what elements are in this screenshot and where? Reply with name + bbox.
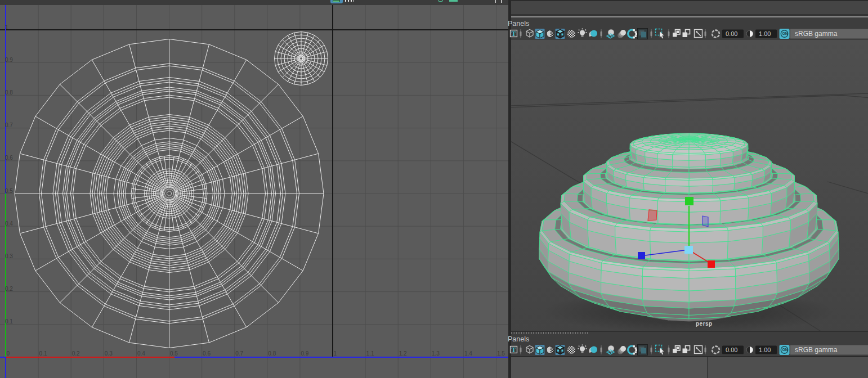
svg-text:0.00: 0.00: [726, 346, 737, 353]
svg-text:ON: ON: [782, 348, 788, 352]
svg-text:0.00: 0.00: [726, 30, 737, 37]
svg-text:0.8: 0.8: [5, 89, 13, 96]
svg-text:0.9: 0.9: [5, 57, 13, 63]
svg-text:0.7: 0.7: [5, 122, 13, 128]
svg-text:0.5: 0.5: [5, 188, 13, 194]
svg-text:0.2: 0.2: [5, 286, 13, 292]
svg-text:T: T: [512, 346, 516, 354]
svg-text:0.3: 0.3: [5, 253, 13, 259]
svg-text:1.00: 1.00: [759, 346, 771, 353]
svg-text:0.4: 0.4: [5, 220, 13, 227]
svg-text:1.00: 1.00: [759, 30, 771, 37]
svg-text:sRGB gamma: sRGB gamma: [795, 30, 838, 38]
svg-text:T: T: [512, 30, 516, 38]
svg-text:0.6: 0.6: [5, 155, 13, 161]
svg-text:persp: persp: [696, 321, 713, 327]
svg-text:sRGB gamma: sRGB gamma: [795, 346, 838, 354]
svg-text:ON: ON: [782, 32, 788, 35]
svg-text:0.1: 0.1: [5, 318, 13, 325]
